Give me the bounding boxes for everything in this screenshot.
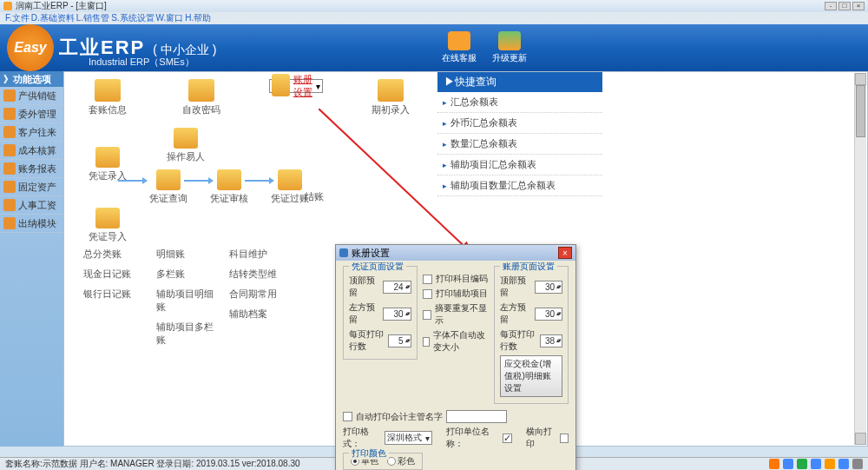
link-general-ledger[interactable]: 总分类账 (82, 244, 151, 264)
quick-item[interactable]: 辅助项目汇总余额表 (437, 155, 602, 175)
user-icon (174, 128, 198, 149)
quick-item[interactable]: 外币汇总余额表 (437, 113, 602, 134)
horizontal-print-checkbox[interactable] (560, 434, 569, 443)
search-icon (156, 169, 181, 190)
banner: Easy 工业ERP ( 中小企业 ) Industrial ERP（SMEs）… (0, 24, 868, 71)
left-margin-2-stepper[interactable]: 30 (535, 308, 562, 321)
sidebar-item-hr[interactable]: 人事工资 (0, 196, 63, 215)
scroll-down-button[interactable] (855, 433, 866, 445)
sidebar-item-outsource[interactable]: 委外管理 (0, 105, 63, 123)
ledger-icon (272, 74, 290, 96)
menu-sales[interactable]: L.销售管 (76, 12, 109, 24)
folder-icon (3, 217, 16, 229)
banner-subtitle: Industrial ERP（SMEs） (89, 56, 194, 69)
link-subject[interactable]: 科目维护 (227, 244, 297, 264)
sidebar-item-supply[interactable]: 产供销链 (0, 87, 63, 105)
dialog-titlebar[interactable]: 账册设置 × (336, 245, 575, 261)
doc-icon (95, 147, 120, 168)
folder-icon (378, 79, 404, 102)
print-format-select[interactable]: 深圳格式 (385, 431, 432, 445)
folder-icon (3, 89, 16, 102)
link-aux-multi[interactable]: 辅助项目多栏账 (155, 317, 224, 350)
node-voucher-query[interactable]: 凭证查询 (142, 169, 194, 205)
flow-account-info[interactable]: 套账信息 (82, 79, 134, 116)
people-icon (448, 31, 470, 50)
auto-print-name-checkbox[interactable] (343, 412, 352, 421)
link-bank-journal[interactable]: 银行日记账 (82, 284, 151, 304)
scroll-up-button[interactable] (855, 73, 866, 85)
link-contract[interactable]: 合同期常用 (227, 284, 297, 304)
sidebar-item-customer[interactable]: 客户往来 (0, 123, 63, 142)
maximize-button[interactable]: □ (838, 2, 851, 10)
folder-icon (3, 108, 16, 120)
voucher-page-group: 凭证页面设置 顶部预留24 左方预留30 每页打印行数5 (343, 266, 418, 360)
group-title: 凭证页面设置 (349, 261, 406, 273)
manager-name-input[interactable] (446, 410, 507, 423)
vertical-scrollbar[interactable] (854, 73, 866, 445)
node-voucher-entry[interactable]: 凭证录入 (82, 147, 134, 182)
menu-help[interactable]: H.帮助 (185, 12, 211, 24)
menu-window[interactable]: W.窗口 (156, 12, 184, 24)
left-margin-1-stepper[interactable]: 30 (383, 308, 411, 321)
post-icon (278, 169, 302, 190)
main-area: 套账信息 自改密码 账册设置 期初录入 凭证录入 操作易人 凭证查询 凭证审核 … (63, 71, 868, 447)
chart-icon (498, 31, 521, 50)
menu-bar: F.文件 D.基础资料 L.销售管 S.系统设置 W.窗口 H.帮助 (0, 12, 868, 24)
folder-icon (3, 126, 16, 138)
logo-icon: Easy (7, 24, 54, 71)
top-margin-2-stepper[interactable]: 30 (535, 281, 562, 294)
ledger-settings-dialog: 账册设置 × 凭证页面设置 顶部预留24 左方预留30 每页打印行数5 (335, 244, 576, 470)
rows-2-stepper[interactable]: 38 (540, 334, 563, 348)
title-bar: 润南工业ERP - [主窗口] - □ × (0, 0, 868, 12)
node-voucher-audit[interactable]: 凭证审核 (203, 169, 255, 205)
top-margin-1-stepper[interactable]: 24 (383, 281, 411, 294)
folder-icon (3, 162, 16, 175)
folder-icon (3, 181, 16, 193)
link-carryover[interactable]: 结转类型维 (227, 264, 297, 284)
link-detail[interactable]: 明细账 (155, 244, 224, 264)
close-button[interactable]: × (852, 2, 865, 10)
flow-opening-entry[interactable]: 期初录入 (365, 79, 417, 116)
sidebar-item-reports[interactable]: 账务报表 (0, 160, 63, 178)
link-aux-archive[interactable]: 辅助档案 (227, 304, 297, 324)
sidebar-item-assets[interactable]: 固定资产 (0, 178, 63, 196)
group-title: 打印颜色 (349, 447, 389, 460)
link-multi[interactable]: 多栏账 (155, 264, 224, 284)
print-unit-checkbox[interactable]: ✓ (503, 434, 512, 443)
rows-1-stepper[interactable]: 5 (388, 334, 411, 348)
quick-item[interactable]: 辅助项目数量汇总余额表 (437, 175, 602, 196)
dialog-close-button[interactable]: × (558, 247, 572, 259)
scroll-thumb[interactable] (856, 85, 865, 137)
sidebar-item-cost[interactable]: 成本核算 (0, 142, 63, 160)
node-close[interactable]: 结账 (288, 190, 340, 203)
summary-repeat-checkbox[interactable] (423, 310, 431, 320)
online-service-button[interactable]: 在线客服 (442, 31, 477, 64)
ledger-page-group: 账册页面设置 顶部预留30 左方预留30 每页打印行数38 应交税金(增值税)明… (494, 266, 569, 404)
tax-detail-button[interactable]: 应交税金(增值税)明细账设置 (500, 355, 562, 397)
print-code-checkbox[interactable] (423, 275, 432, 284)
node-voucher-import[interactable]: 凭证导入 (82, 208, 134, 243)
menu-system[interactable]: S.系统设置 (111, 12, 154, 24)
menu-data[interactable]: D.基础资料 (31, 12, 75, 24)
folder-icon (3, 144, 16, 156)
quick-item[interactable]: 汇总余额表 (437, 92, 602, 113)
font-auto-checkbox[interactable] (423, 337, 430, 347)
link-aux-detail[interactable]: 辅助项目明细账 (155, 284, 224, 317)
upgrade-button[interactable]: 升级更新 (492, 31, 527, 64)
node-operator[interactable]: 操作易人 (160, 128, 212, 163)
report-links: 总分类账 现金日记账 银行日记账 明细账 多栏账 辅助项目明细账 辅助项目多栏账… (82, 244, 297, 350)
quick-search-panel: ▶快捷查询 汇总余额表 外币汇总余额表 数量汇总余额表 辅助项目汇总余额表 辅助… (437, 72, 602, 196)
quick-item[interactable]: 数量汇总余额表 (437, 134, 602, 155)
flow-ledger-settings[interactable]: 账册设置 (269, 79, 323, 93)
minimize-button[interactable]: - (825, 2, 837, 10)
menu-file[interactable]: F.文件 (5, 12, 30, 24)
print-aux-checkbox[interactable] (423, 289, 432, 299)
color-radio[interactable]: 彩色 (387, 455, 415, 467)
sidebar-header: 》功能选项 (0, 71, 63, 87)
window-title: 润南工业ERP - [主窗口] (16, 0, 107, 12)
banner-subtitle-paren: ( 中小企业 ) (153, 43, 216, 56)
link-cash-journal[interactable]: 现金日记账 (82, 264, 151, 284)
check-icon (217, 169, 241, 190)
flow-change-pwd[interactable]: 自改密码 (175, 79, 227, 116)
sidebar-item-cashier[interactable]: 出纳模块 (0, 215, 63, 233)
